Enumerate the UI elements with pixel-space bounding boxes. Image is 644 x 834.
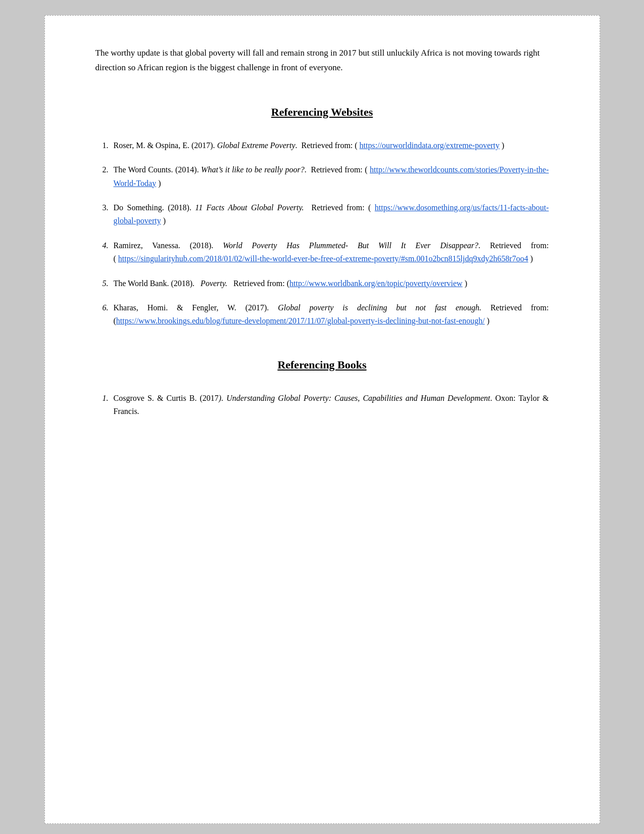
website-reference-item: 4.Ramirez, Vanessa. (2018). World Povert… [95,239,549,266]
ref-number: 1. [95,392,114,405]
ref-number: 6. [95,301,114,314]
ref-number: 4. [95,239,114,252]
ref-content: Cosgrove S. & Curtis B. (2017). Understa… [114,392,549,419]
ref-content: Kharas, Homi. & Fengler, W. (2017). Glob… [114,301,549,328]
ref-number: 2. [95,163,114,176]
ref-link[interactable]: https://ourworldindata.org/extreme-pover… [360,141,500,150]
ref-content: Roser, M. & Ospina, E. (2017). Global Ex… [114,139,549,152]
book-reference-item: 1.Cosgrove S. & Curtis B. (2017). Unders… [95,392,549,419]
intro-paragraph: The worthy update is that global poverty… [95,46,549,75]
ref-link[interactable]: https://www.brookings.edu/blog/future-de… [116,316,485,325]
page-container: The worthy update is that global poverty… [44,15,600,824]
ref-link[interactable]: http://www.worldbank.org/en/topic/povert… [289,279,463,288]
website-reference-item: 3.Do Something. (2018). 11 Facts About G… [95,201,549,228]
books-reference-list: 1.Cosgrove S. & Curtis B. (2017). Unders… [95,392,549,419]
ref-number: 3. [95,201,114,214]
referencing-websites-heading: Referencing Websites [95,106,549,119]
website-reference-item: 2.The Word Counts. (2014). What’s it lik… [95,163,549,190]
referencing-books-heading: Referencing Books [95,358,549,372]
ref-number: 1. [95,139,114,152]
ref-content: Do Something. (2018). 11 Facts About Glo… [114,201,549,228]
website-reference-item: 6.Kharas, Homi. & Fengler, W. (2017). Gl… [95,301,549,328]
ref-number: 5. [95,277,114,290]
ref-link[interactable]: https://singularityhub.com/2018/01/02/wi… [118,254,528,263]
website-reference-item: 1.Roser, M. & Ospina, E. (2017). Global … [95,139,549,152]
ref-link[interactable]: http://www.theworldcounts.com/stories/Po… [114,165,549,187]
website-reference-item: 5.The World Bank. (2018). Poverty. Retri… [95,277,549,290]
ref-link[interactable]: https://www.dosomething.org/us/facts/11-… [114,203,549,225]
ref-content: Ramirez, Vanessa. (2018). World Poverty … [114,239,549,266]
websites-reference-list: 1.Roser, M. & Ospina, E. (2017). Global … [95,139,549,328]
ref-content: The Word Counts. (2014). What’s it like … [114,163,549,190]
ref-content: The World Bank. (2018). Poverty. Retriev… [114,277,549,290]
